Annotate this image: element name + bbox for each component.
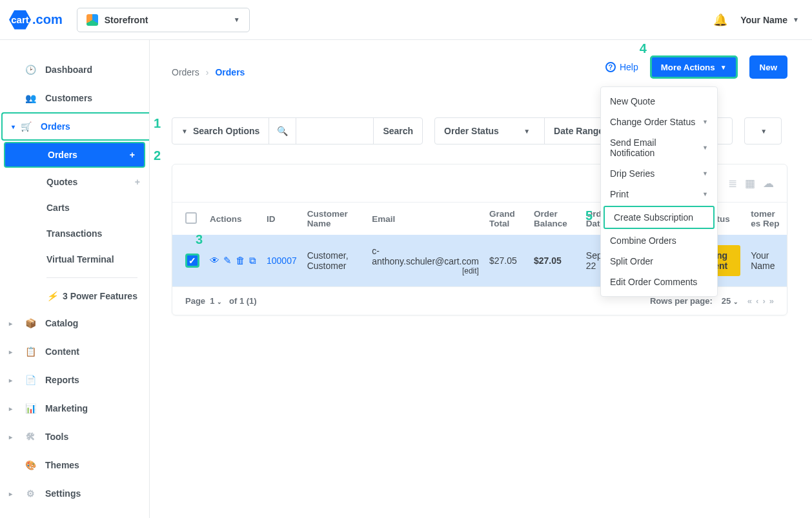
menu-print[interactable]: Print▼	[601, 184, 717, 204]
rows-per-page-select[interactable]: 25 ⌄	[722, 296, 738, 306]
row-checkbox[interactable]: ✓	[185, 254, 199, 268]
sidebar-label: Content	[45, 346, 79, 357]
breadcrumb-current: Orders	[215, 67, 245, 77]
edit-icon[interactable]: ✎	[223, 255, 232, 266]
sidebar-item-catalog[interactable]: 📦 Catalog	[0, 309, 149, 337]
sidebar-label: Reports	[45, 375, 79, 385]
order-id-link[interactable]: 100007	[267, 255, 297, 266]
subnav-virtual-terminal[interactable]: Virtual Terminal	[0, 246, 149, 272]
sidebar-label: Dashboard	[45, 65, 92, 75]
annotation-5: 5	[585, 208, 593, 223]
menu-create-subscription[interactable]: Create Subscription	[604, 206, 715, 229]
gear-icon: ⚙	[23, 488, 37, 499]
chevron-down-icon: ▼	[234, 16, 240, 23]
box-icon: 📦	[23, 318, 37, 328]
brand-logo[interactable]: cart .com	[9, 10, 63, 30]
new-button[interactable]: New	[749, 55, 787, 79]
prev-page-icon[interactable]: ‹	[756, 296, 758, 306]
breadcrumb-root[interactable]: Orders	[172, 67, 199, 77]
cell-customer-name: Customer, Customer	[302, 235, 367, 286]
trash-icon[interactable]: 🗑	[236, 255, 245, 266]
menu-split-order[interactable]: Split Order	[601, 251, 717, 272]
menu-edit-comments[interactable]: Edit Order Comments	[601, 272, 717, 292]
search-input[interactable]	[305, 118, 364, 144]
next-page-icon[interactable]: ›	[762, 296, 765, 306]
cell-order-balance: $27.05	[529, 235, 581, 286]
menu-combine-orders[interactable]: Combine Orders	[601, 230, 717, 251]
notifications-bell-icon[interactable]: 🔔	[713, 13, 727, 27]
annotation-3: 3	[196, 232, 203, 247]
more-actions-button[interactable]: More Actions ▼	[650, 55, 738, 79]
menu-label: Drip Series	[610, 168, 655, 179]
search-options-label: Search Options	[193, 126, 259, 136]
menu-send-email[interactable]: Send Email Notification▼	[601, 132, 717, 163]
menu-label: Combine Orders	[610, 235, 676, 246]
menu-drip-series[interactable]: Drip Series▼	[601, 163, 717, 184]
subnav-quotes[interactable]: Quotes +	[0, 169, 149, 195]
menu-label: Split Order	[610, 256, 653, 266]
sidebar-item-customers[interactable]: 👥 Customers	[0, 84, 149, 112]
chevron-down-icon: ▼	[793, 16, 799, 23]
col-id: ID	[261, 203, 302, 235]
cloud-download-icon[interactable]: ☁	[763, 177, 774, 190]
plus-icon[interactable]: +	[135, 177, 140, 187]
subnav-orders[interactable]: Orders +	[4, 142, 145, 168]
user-menu[interactable]: Your Name ▼	[740, 15, 799, 25]
subnav-label: Orders	[48, 150, 77, 160]
annotation-4: 4	[640, 41, 647, 56]
first-page-icon[interactable]: «	[747, 296, 752, 306]
page-number[interactable]: 1	[210, 296, 214, 306]
view-icon[interactable]: 👁	[210, 255, 219, 266]
sidebar-label: Orders	[41, 121, 70, 132]
grid-icon[interactable]: ▦	[745, 177, 755, 190]
cell-email-link[interactable]: c-anthony.schuler@cart.com	[372, 246, 479, 266]
rows-per-page-label: Rows per page:	[650, 296, 713, 306]
chevron-down-icon: ▼	[181, 128, 188, 135]
order-status-label: Order Status	[444, 126, 499, 136]
plus-icon[interactable]: +	[130, 150, 135, 160]
sidebar: 🕑 Dashboard 👥 Customers 🛒 Orders 1 Order…	[0, 40, 150, 518]
menu-label: Send Email Notification	[610, 137, 702, 158]
chevron-down-icon[interactable]: ⌄	[217, 299, 222, 305]
sidebar-item-orders[interactable]: 🛒 Orders	[1, 112, 149, 141]
menu-label: Print	[610, 189, 629, 199]
sidebar-item-dashboard[interactable]: 🕑 Dashboard	[0, 55, 149, 84]
brand-suffix: .com	[32, 12, 63, 27]
menu-label: Create Subscription	[614, 212, 693, 223]
topbar: cart .com Storefront ▼ 🔔 Your Name ▼	[0, 0, 812, 40]
sidebar-label: Catalog	[45, 318, 78, 328]
rpp-value: 25	[722, 296, 731, 306]
sidebar-item-reports[interactable]: 📄 Reports	[0, 366, 149, 394]
sidebar-item-content[interactable]: 📋 Content	[0, 337, 149, 366]
order-status-select[interactable]: Order Status ▼	[435, 118, 545, 144]
last-page-icon[interactable]: »	[769, 296, 774, 306]
menu-label: Change Order Status	[610, 117, 695, 127]
search-input-cell	[296, 118, 374, 144]
sidebar-item-themes[interactable]: 🎨 Themes	[0, 451, 149, 479]
breadcrumb-sep: ›	[206, 67, 209, 77]
subnav-divider	[46, 277, 137, 278]
cell-email-edit[interactable]: [edit]	[372, 266, 479, 275]
columns-icon[interactable]: ≣	[728, 177, 737, 190]
subnav-transactions[interactable]: Transactions	[0, 221, 149, 246]
extra-filter-select[interactable]: ▼	[745, 118, 781, 144]
store-selector[interactable]: Storefront ▼	[77, 8, 250, 32]
subnav-power-features[interactable]: ⚡ 3 Power Features	[0, 283, 149, 309]
search-button[interactable]: Search	[374, 118, 422, 144]
new-button-label: New	[760, 63, 777, 72]
sidebar-item-marketing[interactable]: 📊 Marketing	[0, 394, 149, 423]
subnav-carts[interactable]: Carts	[0, 195, 149, 221]
sidebar-item-settings[interactable]: ⚙ Settings	[0, 479, 149, 508]
barcode-icon[interactable]: ⧉	[249, 255, 256, 266]
sidebar-item-tools[interactable]: 🛠 Tools	[0, 423, 149, 451]
select-all-checkbox[interactable]	[185, 212, 197, 224]
chevron-down-icon: ▼	[523, 128, 530, 135]
help-link[interactable]: ? Help	[605, 62, 638, 72]
chevron-down-icon: ⌄	[733, 299, 738, 305]
search-options-toggle[interactable]: ▼ Search Options	[172, 118, 269, 144]
chevron-down-icon: ▼	[702, 119, 708, 125]
store-selector-label: Storefront	[105, 15, 148, 25]
page-label: Page	[185, 296, 205, 306]
menu-new-quote[interactable]: New Quote	[601, 91, 717, 112]
menu-change-status[interactable]: Change Order Status▼	[601, 112, 717, 132]
